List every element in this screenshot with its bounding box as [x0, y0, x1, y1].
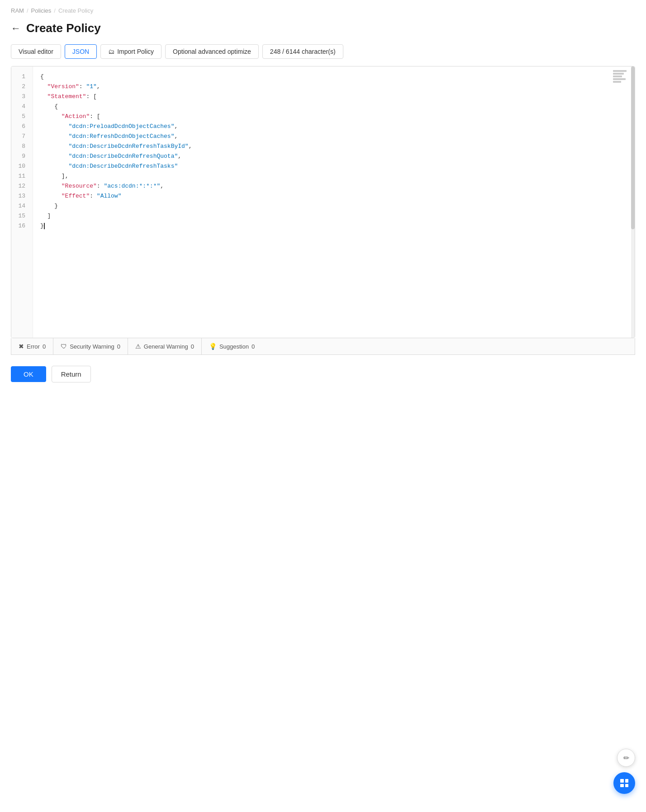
- suggestion-label: Suggestion: [219, 343, 249, 350]
- suggestion-status[interactable]: 💡 Suggestion 0: [202, 338, 262, 354]
- return-button[interactable]: Return: [52, 366, 91, 382]
- code-content[interactable]: { "Version": "1", "Statement": [ { "Acti…: [33, 66, 635, 338]
- json-tab[interactable]: JSON: [65, 44, 97, 59]
- error-count: 0: [43, 343, 46, 350]
- error-icon: ✖: [19, 343, 24, 350]
- breadcrumb-policies[interactable]: Policies: [31, 7, 52, 14]
- optimize-button[interactable]: Optional advanced optimize: [165, 44, 259, 59]
- security-warning-count: 0: [117, 343, 120, 350]
- back-button[interactable]: ←: [11, 23, 21, 34]
- char-count: 248 / 6144 character(s): [262, 44, 343, 59]
- import-icon: 🗂: [108, 48, 114, 55]
- scrollbar-track[interactable]: [631, 66, 635, 338]
- general-warning-label: General Warning: [144, 343, 188, 350]
- general-warning-status[interactable]: ⚠ General Warning 0: [128, 338, 202, 354]
- error-label: Error: [27, 343, 40, 350]
- page-title: Create Policy: [26, 21, 101, 35]
- security-warning-icon: 🛡: [61, 343, 67, 350]
- general-warning-count: 0: [191, 343, 194, 350]
- suggestion-icon: 💡: [209, 343, 217, 350]
- import-policy-button[interactable]: 🗂 Import Policy: [100, 44, 162, 59]
- general-warning-icon: ⚠: [135, 343, 141, 350]
- suggestion-count: 0: [252, 343, 255, 350]
- code-editor[interactable]: 1 2 3 4 5 6 7 8 9 10 11 12 13 14 15 16 {…: [11, 66, 635, 338]
- ok-button[interactable]: OK: [11, 366, 46, 382]
- minimap: [613, 70, 627, 88]
- toolbar: Visual editor JSON 🗂 Import Policy Optio…: [0, 44, 646, 66]
- visual-editor-tab[interactable]: Visual editor: [11, 44, 61, 59]
- breadcrumb: RAM / Policies / Create Policy: [0, 0, 646, 18]
- scrollbar-thumb[interactable]: [631, 66, 635, 229]
- breadcrumb-current: Create Policy: [58, 7, 93, 14]
- security-warning-status[interactable]: 🛡 Security Warning 0: [53, 338, 128, 354]
- status-bar: ✖ Error 0 🛡 Security Warning 0 ⚠ General…: [11, 338, 635, 355]
- action-bar: OK Return: [0, 355, 646, 393]
- line-numbers: 1 2 3 4 5 6 7 8 9 10 11 12 13 14 15 16: [11, 66, 33, 338]
- page-header: ← Create Policy: [0, 18, 646, 44]
- security-warning-label: Security Warning: [70, 343, 114, 350]
- error-status[interactable]: ✖ Error 0: [11, 338, 53, 354]
- code-editor-wrapper: ‹ 1 2 3 4 5 6 7 8 9 10 11 12 13 14 15 16…: [11, 66, 635, 338]
- breadcrumb-ram[interactable]: RAM: [11, 7, 24, 14]
